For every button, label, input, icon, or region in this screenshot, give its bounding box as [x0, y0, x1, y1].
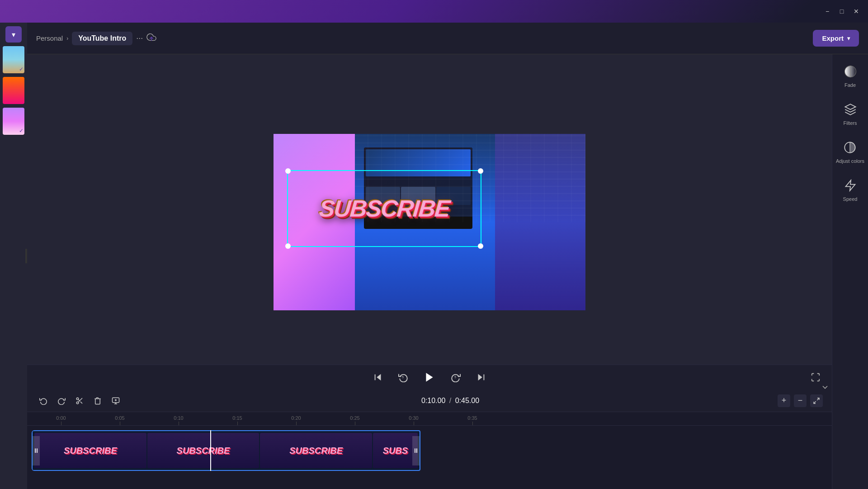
speed-tool[interactable]: Speed	[842, 177, 859, 202]
media-thumb-1[interactable]	[3, 46, 24, 73]
title-bar: − □ ✕	[0, 0, 868, 23]
handle-bottom-left[interactable]	[285, 243, 291, 249]
speed-icon	[842, 177, 859, 194]
adjust-colors-label: Adjust colors	[836, 158, 864, 164]
clip-start-indicator: ⏸	[33, 436, 40, 465]
zoom-out-button[interactable]: −	[794, 394, 807, 407]
adjust-colors-tool[interactable]: Adjust colors	[836, 139, 864, 164]
handle-bottom-right[interactable]	[478, 243, 483, 249]
ruler-label-4: 0:20	[291, 415, 301, 421]
ruler-mark-5: 0:25	[326, 415, 384, 425]
filters-label: Filters	[844, 120, 857, 126]
skip-to-start-button[interactable]	[370, 369, 386, 385]
cloud-sync-button[interactable]	[146, 32, 156, 44]
zoom-in-button[interactable]: +	[778, 394, 790, 407]
timeline-track: ⏸ SUBSCRIBE SUBSCRIBE SUBSCRIBE	[32, 430, 827, 471]
filters-icon	[842, 101, 859, 118]
ruler-label-0: 0:00	[56, 415, 66, 421]
clip-content: SUBSCRIBE SUBSCRIBE SUBSCRIBE SUBS	[33, 431, 420, 470]
collapse-media-panel-button[interactable]: ▾	[5, 26, 22, 43]
svg-marker-13	[426, 373, 433, 382]
ruler-label-6: 0:30	[409, 415, 418, 421]
ruler-mark-4: 0:20	[267, 415, 326, 425]
redo-button[interactable]	[54, 394, 69, 408]
ruler-mark-7: 0:35	[443, 415, 502, 425]
ruler-label-3: 0:15	[232, 415, 242, 421]
ruler-marks: 0:00 0:05 0:10 0:15 0:20	[32, 413, 832, 425]
handle-top-left[interactable]	[285, 168, 291, 174]
ruler-line-1	[120, 422, 120, 425]
ruler-label-2: 0:10	[174, 415, 183, 421]
clip-end-indicator: ⏸	[412, 436, 420, 465]
handle-top-right[interactable]	[478, 168, 483, 174]
close-button[interactable]: ✕	[852, 7, 861, 16]
play-pause-button[interactable]	[420, 368, 439, 386]
svg-text:5: 5	[454, 375, 456, 379]
timeline-time-display: 0:10.00 / 0:45.00	[421, 397, 479, 405]
svg-marker-15	[478, 374, 482, 381]
filters-tool[interactable]: Filters	[842, 101, 859, 126]
total-time: 0:45.00	[455, 397, 479, 404]
rewind-5s-button[interactable]: 5	[395, 369, 411, 385]
media-panel: ▾ ‹	[0, 23, 27, 489]
ruler-mark-6: 0:30	[384, 415, 443, 425]
header-actions: Export ▾	[813, 30, 859, 47]
ruler-line-3	[237, 422, 238, 425]
right-sidebar: Fade Filters Adjust colors	[832, 54, 868, 489]
fit-timeline-button[interactable]	[810, 394, 823, 407]
ruler-label-7: 0:35	[467, 415, 477, 421]
ruler-line-4	[296, 422, 297, 425]
breadcrumb-personal[interactable]: Personal	[36, 34, 63, 42]
ruler-label-5: 0:25	[350, 415, 359, 421]
clip-text-1: SUBSCRIBE	[64, 446, 117, 456]
clip-segment-4: SUBS	[373, 433, 418, 468]
cut-button[interactable]	[72, 394, 87, 408]
project-title[interactable]: YouTube Intro	[72, 32, 132, 45]
playhead[interactable]	[210, 430, 211, 471]
clip-segment-3: SUBSCRIBE	[260, 433, 372, 468]
time-separator: /	[449, 397, 451, 404]
svg-text:5: 5	[402, 375, 404, 379]
add-clip-button[interactable]	[108, 394, 123, 408]
fade-tool[interactable]: Fade	[842, 63, 859, 88]
maximize-button[interactable]: □	[837, 7, 846, 16]
adjust-colors-icon	[842, 139, 858, 156]
minimize-button[interactable]: −	[823, 7, 832, 16]
current-time: 0:10.00	[421, 397, 445, 404]
timeline-edit-tools	[36, 394, 123, 408]
fade-icon	[842, 63, 859, 80]
export-button[interactable]: Export ▾	[813, 30, 859, 47]
undo-button[interactable]	[36, 394, 51, 408]
skip-to-end-button[interactable]	[473, 369, 489, 385]
svg-point-18	[76, 402, 79, 404]
main-clip[interactable]: ⏸ SUBSCRIBE SUBSCRIBE SUBSCRIBE	[32, 430, 420, 471]
subscribe-text: SUBSCRIBE	[318, 195, 451, 222]
ruler-line-0	[61, 422, 61, 425]
ruler-line-2	[179, 422, 179, 425]
ruler-line-6	[414, 422, 414, 425]
clip-text-3: SUBSCRIBE	[289, 446, 343, 456]
timeline-area: 0:10.00 / 0:45.00 + − 0:00 0:05	[27, 389, 832, 489]
clip-text-2: SUBSCRIBE	[177, 446, 230, 456]
ruler-mark-2: 0:10	[149, 415, 208, 425]
app-container: Personal › YouTube Intro ··· Export ▾ 16…	[27, 23, 868, 489]
svg-marker-10	[377, 374, 381, 381]
breadcrumb-arrow: ›	[66, 35, 68, 42]
forward-5s-button[interactable]: 5	[448, 369, 464, 385]
export-dropdown-arrow: ▾	[847, 35, 850, 42]
clip-segment-1: SUBSCRIBE	[34, 433, 146, 468]
canvas-area: ✚ SUBSCRIBE	[27, 54, 832, 389]
video-canvas: ✚ SUBSCRIBE	[274, 134, 585, 310]
delete-button[interactable]	[90, 394, 105, 408]
svg-point-17	[76, 398, 79, 400]
media-thumb-3[interactable]	[3, 108, 24, 135]
playback-controls: 5 5	[27, 365, 832, 389]
clip-text-4: SUBS	[383, 446, 408, 456]
media-thumb-2[interactable]	[3, 77, 24, 104]
timeline-ruler: 0:00 0:05 0:10 0:15 0:20	[27, 412, 832, 426]
timeline-toolbar: 0:10.00 / 0:45.00 + −	[27, 389, 832, 412]
ruler-line-5	[355, 422, 355, 425]
subscribe-overlay[interactable]: ✚ SUBSCRIBE	[287, 170, 481, 247]
svg-line-27	[817, 398, 819, 400]
more-options-button[interactable]: ···	[136, 33, 143, 43]
